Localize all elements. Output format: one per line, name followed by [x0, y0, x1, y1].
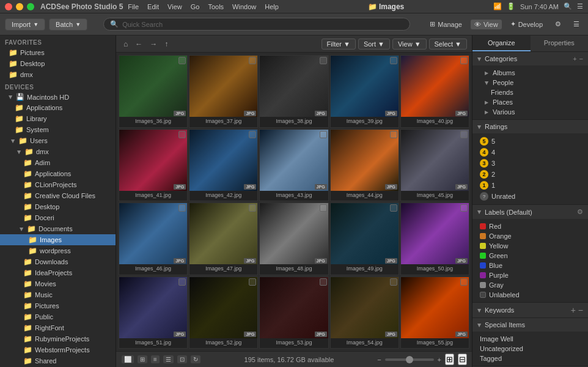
panel-item-tagged[interactable]: Tagged — [477, 354, 583, 363]
sidebar-item-rubymine[interactable]: 📁 RubymineProjects — [0, 333, 116, 344]
import-button[interactable]: Import ▼ — [5, 18, 45, 31]
zoom-slider[interactable] — [385, 358, 434, 361]
sidebar-item-pictures-dmx[interactable]: 📁 Pictures — [0, 300, 116, 311]
view-mode-list[interactable]: ≡ — [150, 355, 160, 364]
panel-item-rating-2[interactable]: 2 2 — [477, 169, 583, 180]
sidebar-item-clion[interactable]: 📁 CLionProjects — [0, 179, 116, 190]
thumbnail-item[interactable]: Images_50.jpg JPG — [400, 202, 469, 275]
panel-item-people[interactable]: ▶ People — [477, 78, 583, 87]
sidebar-item-library[interactable]: 📁 Library — [0, 113, 116, 124]
tab-organize[interactable]: Organize — [472, 35, 531, 51]
panel-item-places[interactable]: ▶ Places — [477, 97, 583, 107]
labels-header[interactable]: ▶ Labels (Default) ⚙ — [472, 205, 588, 219]
options-button[interactable]: ☰ — [570, 19, 583, 29]
back-button[interactable]: ← — [133, 39, 145, 50]
sidebar-item-doceri[interactable]: 📁 Doceri — [0, 212, 116, 223]
thumbnail-checkbox[interactable] — [390, 204, 397, 212]
sidebar-item-applications[interactable]: 📁 Applications — [0, 102, 116, 113]
search-icon[interactable]: 🔍 — [564, 2, 572, 10]
sidebar-item-pictures[interactable]: 📁 Pictures — [0, 47, 116, 58]
minus-category-button[interactable]: − — [579, 55, 583, 62]
thumbnail-checkbox[interactable] — [320, 57, 327, 64]
settings-button[interactable]: ⚙ — [551, 19, 565, 29]
thumbnail-item[interactable]: Images_44.jpg JPG — [330, 129, 399, 202]
tab-properties[interactable]: Properties — [531, 35, 589, 51]
sidebar-item-users[interactable]: ▶ 📁 Users — [0, 135, 116, 146]
thumbnail-checkbox[interactable] — [460, 131, 468, 138]
view-mode-details[interactable]: ☰ — [163, 355, 174, 364]
up-button[interactable]: ↑ — [162, 39, 171, 50]
sidebar-item-dmx[interactable]: ▶ 📁 dmx — [0, 146, 116, 157]
panel-item-uncategorized[interactable]: Uncategorized — [477, 344, 583, 354]
thumbnail-checkbox[interactable] — [178, 131, 186, 138]
sidebar-item-webstorm[interactable]: 📁 WebstormProjects — [0, 344, 116, 355]
panel-item-image-well[interactable]: Image Well — [477, 334, 583, 344]
panel-item-purple[interactable]: Purple — [477, 270, 583, 280]
panel-item-red[interactable]: Red — [477, 221, 583, 231]
view-mode-grid[interactable]: ⊞ — [137, 355, 148, 364]
filter-dropdown[interactable]: Filter ▼ — [322, 39, 356, 50]
menu-window[interactable]: Window — [232, 3, 256, 10]
thumbnail-item[interactable]: Images_37.jpg JPG — [189, 55, 258, 128]
thumbnail-checkbox[interactable] — [249, 131, 256, 138]
search-bar[interactable]: 🔍 Quick Search — [103, 18, 410, 31]
ratings-header[interactable]: ▶ Ratings — [472, 120, 588, 133]
panel-item-green[interactable]: Green — [477, 251, 583, 261]
panel-item-blue[interactable]: Blue — [477, 261, 583, 270]
sidebar-item-shared-dmx[interactable]: 📁 Shared — [0, 355, 116, 366]
thumbnail-item[interactable]: Images_53.jpg JPG — [259, 276, 328, 349]
detail-view-button[interactable]: ⊟ — [458, 354, 467, 365]
sidebar-item-public[interactable]: 📁 Public — [0, 311, 116, 322]
panel-item-rating-4[interactable]: 4 4 — [477, 147, 583, 158]
maximize-button[interactable] — [27, 3, 34, 10]
home-button[interactable]: ⌂ — [121, 39, 130, 50]
sidebar-item-rightfont[interactable]: 📁 RightFont — [0, 322, 116, 333]
thumbnail-checkbox[interactable] — [178, 57, 186, 64]
sidebar-item-creative-cloud[interactable]: 📁 Creative Cloud Files — [0, 190, 116, 201]
sidebar-item-movies[interactable]: 📁 Movies — [0, 278, 116, 289]
thumbnail-item[interactable]: Images_52.jpg JPG — [189, 276, 258, 349]
sidebar-item-system[interactable]: 📁 System — [0, 124, 116, 135]
window-controls[interactable] — [5, 3, 34, 10]
sidebar-item-documents[interactable]: ▶ 📁 Documents — [0, 223, 116, 234]
thumbnail-checkbox[interactable] — [249, 204, 256, 212]
sidebar-item-adim[interactable]: 📁 Adim — [0, 157, 116, 168]
menu-icon[interactable]: ☰ — [577, 2, 583, 10]
select-dropdown[interactable]: Select ▼ — [429, 39, 467, 50]
sidebar-item-applications-dmx[interactable]: 📁 Applications — [0, 168, 116, 179]
sidebar-item-images[interactable]: 📁 Images — [0, 234, 116, 245]
panel-item-gray[interactable]: Gray — [477, 280, 583, 290]
keywords-minus-button[interactable]: − — [578, 306, 583, 314]
menu-tools[interactable]: Tools — [208, 3, 224, 10]
thumbnail-checkbox[interactable] — [460, 57, 468, 64]
thumbnail-item[interactable]: Images_46.jpg JPG — [119, 202, 188, 275]
panel-item-friends[interactable]: Friends — [477, 87, 583, 97]
develop-button[interactable]: ✦ Develop — [507, 19, 546, 29]
special-items-header[interactable]: ▶ Special Items — [472, 318, 588, 332]
close-button[interactable] — [5, 3, 12, 10]
add-category-button[interactable]: + — [573, 55, 576, 62]
sidebar-item-desktop-fav[interactable]: 📁 Desktop — [0, 58, 116, 69]
menu-view[interactable]: View — [167, 3, 182, 10]
panel-item-albums[interactable]: ▶ Albums — [477, 68, 583, 78]
grid-view-button[interactable]: ⊞ — [445, 354, 454, 365]
view-button[interactable]: 👁 View — [471, 20, 502, 29]
thumbnail-item[interactable]: Images_42.jpg JPG — [189, 129, 258, 202]
batch-button[interactable]: Batch ▼ — [49, 18, 87, 31]
sidebar-item-downloads[interactable]: 📁 Downloads — [0, 256, 116, 267]
thumbnail-item[interactable]: Images_47.jpg JPG — [189, 202, 258, 275]
menu-file[interactable]: File — [128, 3, 139, 10]
thumbnail-item[interactable]: Images_54.jpg JPG — [330, 276, 399, 349]
view-mode-compare[interactable]: ⊡ — [177, 355, 188, 364]
panel-item-rating-1[interactable]: 1 1 — [477, 180, 583, 191]
panel-item-unlabeled[interactable]: Unlabeled — [477, 290, 583, 300]
thumbnail-checkbox[interactable] — [390, 57, 397, 64]
thumbnail-item[interactable]: Images_39.jpg JPG — [330, 55, 399, 128]
categories-header[interactable]: ▶ Categories + − — [472, 52, 588, 65]
thumbnail-checkbox[interactable] — [249, 278, 256, 286]
sidebar-item-macintosh-hd[interactable]: ▶ 💾 Macintosh HD — [0, 92, 116, 102]
sidebar-item-music[interactable]: 📁 Music — [0, 289, 116, 300]
panel-item-rating-5[interactable]: 5 5 — [477, 136, 583, 147]
thumbnail-checkbox[interactable] — [390, 131, 397, 138]
thumbnail-checkbox[interactable] — [178, 278, 186, 286]
